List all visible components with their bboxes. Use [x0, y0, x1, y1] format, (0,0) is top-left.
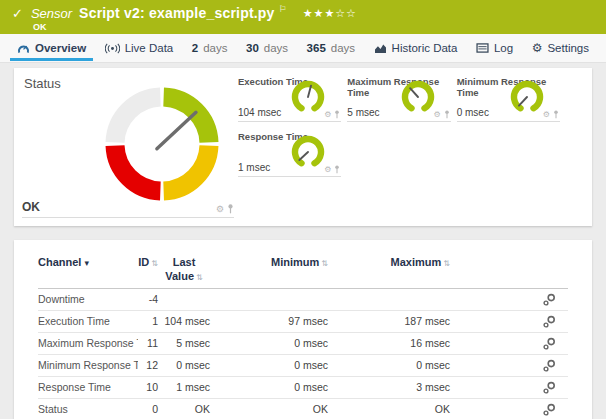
priority-stars[interactable]: ★★★☆☆	[303, 7, 357, 20]
channel-last-value	[158, 288, 210, 310]
tab-30-days-number: 30	[246, 42, 259, 54]
channel-maximum: 0 msec	[328, 354, 450, 376]
channel-maximum	[328, 288, 450, 310]
channel-id: -4	[138, 288, 158, 310]
status-gauge	[102, 84, 222, 204]
status-overview-panel: Status OK ⚙ Execution Time 104 msec ⚙	[14, 68, 592, 226]
mini-needle	[308, 86, 311, 97]
table-row-downtime[interactable]: Downtime -4	[38, 288, 568, 310]
tab-historic-data-label: Historic Data	[392, 42, 458, 54]
column-header-id[interactable]: ID⇅	[138, 248, 158, 288]
tab-live-data-label: Live Data	[125, 42, 174, 54]
execution-time-gauge	[290, 79, 326, 112]
channel-table: Channel▾ ID⇅ Last Value⇅ Minimum⇅ Maximu…	[38, 248, 568, 419]
mini-needle	[410, 88, 418, 97]
table-row-execution-time[interactable]: Execution Time 1 104 msec 97 msec 187 ms…	[38, 310, 568, 332]
gauge-settings-gear-icon[interactable]: ⚙	[324, 166, 331, 174]
pin-icon[interactable]	[444, 110, 450, 119]
pin-icon[interactable]	[553, 110, 559, 119]
gauge-settings-gear-icon[interactable]: ⚙	[543, 111, 550, 119]
status-gauge-footer: OK ⚙	[22, 200, 234, 218]
channel-name[interactable]: Status	[38, 398, 138, 419]
mini-gauge-grid: Execution Time 104 msec ⚙ Maximum Respon…	[238, 76, 560, 177]
channel-id: 1	[138, 310, 158, 332]
mini-needle	[300, 152, 309, 160]
channel-minimum: 0 msec	[210, 332, 328, 354]
tab-2-days[interactable]: 2 days	[183, 34, 237, 62]
column-header-minimum[interactable]: Minimum⇅	[210, 248, 328, 288]
tab-30-days[interactable]: 30 days	[237, 34, 297, 62]
channel-minimum	[210, 288, 328, 310]
channel-id: 10	[138, 376, 158, 398]
sort-down-icon: ▾	[84, 258, 89, 268]
flag-icon[interactable]: ⚐	[279, 4, 287, 14]
pin-icon[interactable]	[227, 204, 234, 214]
pin-icon[interactable]	[334, 165, 340, 174]
channel-settings-icon[interactable]	[543, 402, 556, 414]
channel-name[interactable]: Response Time	[38, 376, 138, 398]
channel-settings-icon[interactable]	[543, 292, 556, 304]
tab-live-data[interactable]: Live Data	[96, 34, 183, 62]
tab-365-days[interactable]: 365 days	[298, 34, 364, 62]
channel-last-value: 5 msec	[158, 332, 210, 354]
column-header-last-value[interactable]: Last Value⇅	[158, 248, 210, 288]
channel-last-value: 0 msec	[158, 354, 210, 376]
sort-icon: ⇅	[321, 259, 328, 268]
channel-id: 12	[138, 354, 158, 376]
channel-last-value: 1 msec	[158, 376, 210, 398]
tab-overview[interactable]: Overview	[8, 34, 95, 62]
historic-chart-icon	[374, 43, 387, 54]
channel-settings-icon[interactable]	[543, 314, 556, 326]
tab-30-days-label: days	[264, 42, 288, 54]
channel-table-panel: Channel▾ ID⇅ Last Value⇅ Minimum⇅ Maximu…	[14, 240, 592, 419]
tab-overview-label: Overview	[35, 42, 86, 54]
channel-name[interactable]: Maximum Response Ti...	[38, 332, 138, 354]
mini-gauge-response-time: Response Time 1 msec ⚙	[238, 131, 341, 177]
tab-settings-label: Settings	[547, 42, 589, 54]
mini-gauge-maximum-response-time: Maximum Response Time 5 msec ⚙	[347, 76, 450, 122]
sensor-title: Script v2: example_script.py	[79, 5, 274, 21]
status-check-icon: ✓	[12, 6, 23, 21]
maximum-response-time-gauge	[400, 79, 436, 112]
tab-2-days-label: days	[203, 42, 227, 54]
channel-minimum: 0 msec	[210, 354, 328, 376]
channel-maximum: 16 msec	[328, 332, 450, 354]
sort-icon: ⇅	[443, 259, 450, 268]
channel-minimum: 97 msec	[210, 310, 328, 332]
column-header-maximum[interactable]: Maximum⇅	[328, 248, 450, 288]
table-row-status[interactable]: Status 0 OK OK OK	[38, 398, 568, 419]
channel-id: 11	[138, 332, 158, 354]
channel-last-value: OK	[158, 398, 210, 419]
channel-minimum: 0 msec	[210, 376, 328, 398]
mini-gauge-value: 5 msec	[347, 107, 379, 118]
tab-bar: Overview Live Data 2 days 30 days 365 da…	[0, 34, 606, 63]
mini-gauge-minimum-response-time: Minimum Response Time 0 msec ⚙	[457, 76, 560, 122]
channel-settings-icon[interactable]	[543, 358, 556, 370]
column-header-actions	[450, 248, 568, 288]
sensor-title-bar: ✓ Sensor Script v2: example_script.py ⚐ …	[0, 0, 606, 34]
channel-name[interactable]: Minimum Response Time	[38, 354, 138, 376]
mini-gauge-value: 104 msec	[238, 107, 281, 118]
mini-gauge-value: 1 msec	[238, 162, 270, 173]
table-row-response-time[interactable]: Response Time 10 1 msec 0 msec 3 msec	[38, 376, 568, 398]
channel-maximum: OK	[328, 398, 450, 419]
channel-name[interactable]: Execution Time	[38, 310, 138, 332]
channel-settings-icon[interactable]	[543, 336, 556, 348]
tab-historic-data[interactable]: Historic Data	[365, 34, 467, 62]
gauge-settings-gear-icon[interactable]: ⚙	[216, 205, 224, 214]
table-row-minimum-response-time[interactable]: Minimum Response Time 12 0 msec 0 msec 0…	[38, 354, 568, 376]
tab-settings[interactable]: ⚙ Settings	[523, 34, 598, 62]
response-time-gauge	[290, 134, 326, 167]
channel-last-value: 104 msec	[158, 310, 210, 332]
gauge-settings-gear-icon[interactable]: ⚙	[433, 111, 440, 119]
log-icon	[476, 43, 489, 53]
channel-settings-icon[interactable]	[543, 380, 556, 392]
column-header-channel[interactable]: Channel▾	[38, 248, 138, 288]
table-row-maximum-response-time[interactable]: Maximum Response Ti... 11 5 msec 0 msec …	[38, 332, 568, 354]
channel-name[interactable]: Downtime	[38, 288, 138, 310]
gauge-settings-gear-icon[interactable]: ⚙	[324, 111, 331, 119]
pin-icon[interactable]	[334, 110, 340, 119]
tab-log[interactable]: Log	[467, 34, 522, 62]
channel-minimum: OK	[210, 398, 328, 419]
channel-maximum: 3 msec	[328, 376, 450, 398]
